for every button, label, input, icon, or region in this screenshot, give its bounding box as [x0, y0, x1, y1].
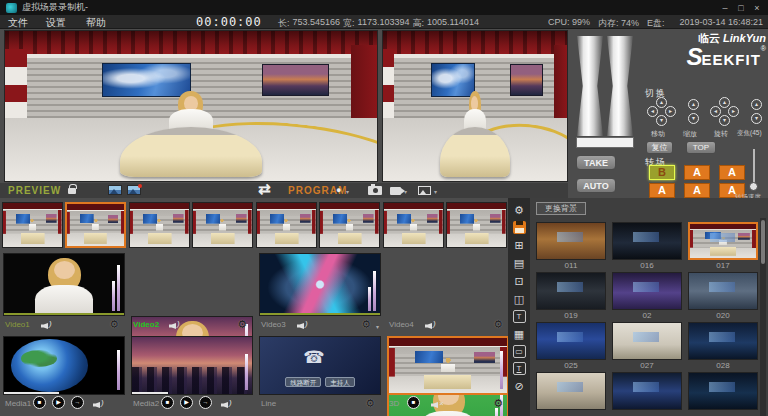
- transition-speed-thumb[interactable]: [749, 182, 758, 191]
- top-button[interactable]: TOP: [686, 141, 716, 154]
- toolbar-disabled-icon[interactable]: ⊘: [512, 379, 527, 393]
- camcorder-icon[interactable]: [390, 187, 401, 195]
- scene-019[interactable]: [536, 272, 606, 310]
- speaker-icon[interactable]: [425, 321, 438, 330]
- toolbar-save-icon[interactable]: [513, 221, 526, 234]
- take-button[interactable]: TAKE: [576, 155, 616, 170]
- toolbar-settings-icon[interactable]: ⚙: [512, 203, 527, 217]
- scene3d-thumbnail[interactable]: [387, 336, 509, 395]
- scene-011[interactable]: [536, 222, 606, 260]
- gear-icon[interactable]: ⚙: [493, 318, 503, 331]
- minimize-button[interactable]: –: [720, 3, 730, 13]
- toolbar-playlist-icon[interactable]: ▤: [512, 256, 527, 270]
- camera-angle-4[interactable]: [192, 202, 253, 248]
- zoom-out-button[interactable]: ▾: [751, 113, 762, 124]
- play-button[interactable]: ▶: [52, 396, 65, 409]
- tbar-left-handle[interactable]: [577, 36, 603, 136]
- media1-thumbnail[interactable]: [3, 336, 125, 395]
- scene-020[interactable]: [688, 272, 758, 310]
- stop-button[interactable]: ■: [161, 396, 174, 409]
- speaker-icon[interactable]: [93, 400, 106, 409]
- close-button[interactable]: ×: [752, 3, 762, 13]
- menu-settings[interactable]: 设置: [42, 16, 70, 30]
- camera-angle-5[interactable]: [256, 202, 317, 248]
- speaker-icon[interactable]: [41, 321, 54, 330]
- move-down-button[interactable]: ▾: [656, 115, 667, 126]
- toolbar-layers-icon[interactable]: ▦: [512, 327, 527, 341]
- gear-icon[interactable]: ⚙: [109, 318, 119, 331]
- tbar-right-handle[interactable]: [607, 36, 633, 136]
- toolbar-chart-text-icon[interactable]: T: [513, 362, 526, 375]
- video1-thumbnail[interactable]: [3, 253, 125, 316]
- camera-angle-3[interactable]: [129, 202, 190, 248]
- line-host-button[interactable]: 主持人: [325, 377, 355, 387]
- camera-angle-8[interactable]: [446, 202, 507, 248]
- gear-caret-icon[interactable]: ▾: [376, 323, 379, 330]
- background-image-icon[interactable]: [108, 185, 122, 195]
- menu-file[interactable]: 文件: [4, 16, 32, 30]
- scale-up-button[interactable]: ▴: [688, 99, 699, 110]
- camera-angle-1[interactable]: [2, 202, 63, 248]
- scene-02[interactable]: [612, 272, 682, 310]
- preview-monitor[interactable]: [4, 30, 378, 182]
- camera-angle-7[interactable]: [383, 202, 444, 248]
- rotate-down-button[interactable]: ▾: [719, 115, 730, 126]
- scene-027[interactable]: [612, 322, 682, 360]
- program-monitor[interactable]: [382, 30, 568, 182]
- transition-a1-button[interactable]: A: [684, 165, 710, 180]
- move-left-button[interactable]: ◂: [647, 106, 658, 117]
- scene-scrollbar-thumb[interactable]: [761, 220, 765, 264]
- change-background-button[interactable]: 更换背景: [536, 202, 586, 215]
- transition-b-button[interactable]: B: [649, 165, 675, 180]
- camcorder-caret-icon[interactable]: ▾: [404, 188, 407, 195]
- scene-row4-3[interactable]: [688, 372, 758, 410]
- speaker-icon[interactable]: [221, 400, 234, 409]
- gear-icon[interactable]: ⚙: [361, 318, 371, 331]
- move-right-button[interactable]: ▸: [665, 106, 676, 117]
- toolbar-monitor-config-icon[interactable]: ◫: [512, 292, 527, 306]
- maximize-button[interactable]: □: [736, 3, 746, 13]
- toolbar-subtitle-icon[interactable]: T: [513, 310, 526, 323]
- toolbar-frame-icon[interactable]: ▭: [513, 345, 526, 358]
- gear-icon[interactable]: ⚙: [493, 397, 503, 410]
- gear-icon[interactable]: ⚙: [237, 318, 247, 331]
- rotate-left-button[interactable]: ◂: [710, 106, 721, 117]
- camera-angle-6[interactable]: [319, 202, 380, 248]
- video3-thumbnail[interactable]: [259, 253, 381, 316]
- loop-button[interactable]: →: [71, 396, 84, 409]
- play-button[interactable]: ▶: [180, 396, 193, 409]
- line-thumbnail[interactable]: ☎ 线路断开 主持人: [259, 336, 381, 395]
- menu-help[interactable]: 帮助: [82, 16, 110, 30]
- scale-down-button[interactable]: ▾: [688, 113, 699, 124]
- lock-icon[interactable]: [68, 188, 76, 194]
- scene-row4-2[interactable]: [612, 372, 682, 410]
- speaker-icon[interactable]: [169, 321, 182, 330]
- record-icon[interactable]: ●: [336, 185, 341, 195]
- toolbar-layout-icon[interactable]: ⊞: [512, 238, 527, 252]
- loop-button[interactable]: →: [199, 396, 212, 409]
- stop-button[interactable]: ■: [407, 396, 420, 409]
- rotate-up-button[interactable]: ▴: [719, 97, 730, 108]
- speaker-icon[interactable]: [297, 321, 310, 330]
- reset-button[interactable]: 复位: [646, 141, 673, 154]
- move-up-button[interactable]: ▴: [656, 97, 667, 108]
- record-caret-icon[interactable]: ▾: [346, 188, 349, 195]
- transition-a3-button[interactable]: A: [649, 183, 675, 198]
- speaker-muted-icon[interactable]: [431, 400, 444, 409]
- transition-a2-button[interactable]: A: [719, 165, 745, 180]
- snapshot-camera-icon[interactable]: [368, 186, 382, 195]
- scene-017-selected[interactable]: [688, 222, 758, 260]
- scene-028[interactable]: [688, 322, 758, 360]
- rotate-right-button[interactable]: ▸: [728, 106, 739, 117]
- picture-icon[interactable]: [418, 186, 431, 195]
- background-image-2-icon[interactable]: [127, 185, 141, 195]
- auto-button[interactable]: AUTO: [576, 178, 616, 193]
- scene-016[interactable]: [612, 222, 682, 260]
- picture-caret-icon[interactable]: ▾: [434, 188, 437, 195]
- camera-angle-2-selected[interactable]: [65, 202, 126, 248]
- media2-thumbnail[interactable]: [131, 336, 253, 395]
- scene-row4-1[interactable]: [536, 372, 606, 410]
- swap-icon[interactable]: ⇄: [258, 180, 271, 198]
- stop-button[interactable]: ■: [33, 396, 46, 409]
- scene-025[interactable]: [536, 322, 606, 360]
